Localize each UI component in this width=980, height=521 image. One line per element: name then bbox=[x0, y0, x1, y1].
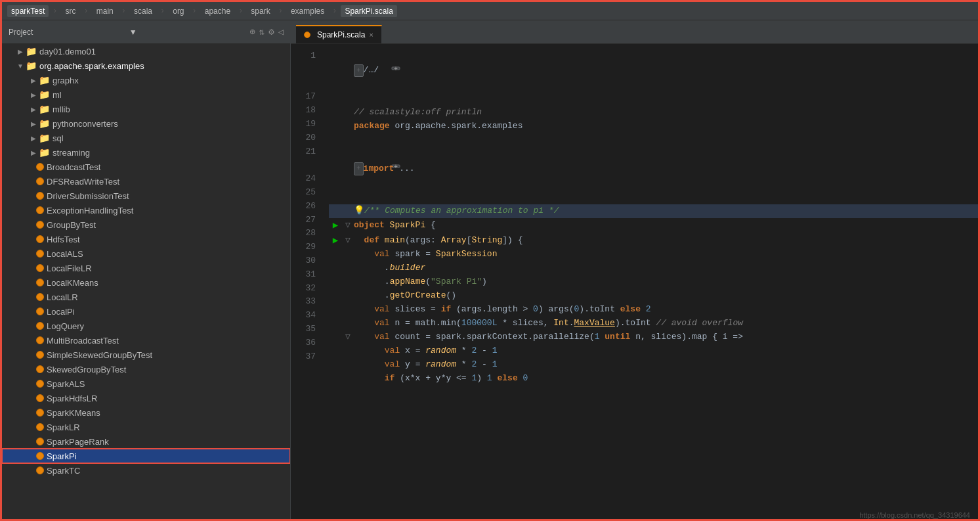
tree-label: SparkHdfsLR bbox=[47, 394, 97, 403]
arrow-icon: ▶ bbox=[28, 77, 39, 84]
folder-icon: 📁 bbox=[39, 133, 50, 143]
title-scala[interactable]: scala bbox=[130, 5, 156, 17]
tree-item-skewedgroupby[interactable]: SkewedGroupByTest bbox=[2, 362, 290, 376]
folded-code[interactable]: + bbox=[354, 64, 364, 78]
main-layout: Project ▼ ⊕ ⇅ ⚙ ◁ ▶ 📁 day01.demo01 ▼ 📁 o… bbox=[2, 20, 978, 521]
tree-label: graphx bbox=[53, 76, 79, 85]
gutter-empty bbox=[329, 344, 342, 358]
tree-item-driversubmission[interactable]: DriverSubmissionTest bbox=[2, 189, 290, 203]
tree-item-mllib[interactable]: ▶ 📁 mllib bbox=[2, 102, 290, 116]
keyword-package: package bbox=[354, 120, 394, 133]
tree-item-localpi[interactable]: LocalPi bbox=[2, 304, 290, 319]
code-line-33: val n = math.min(100000L * slices, Int.M… bbox=[329, 317, 978, 330]
tree-item-locallr[interactable]: LocalLR bbox=[2, 290, 290, 304]
tree-item-logquery[interactable]: LogQuery bbox=[2, 319, 290, 333]
tree-item-hdfstest[interactable]: HdfsTest bbox=[2, 232, 290, 246]
code-content[interactable]: + +/…/ // scalastyle:off println bbox=[324, 44, 978, 521]
tree-item-dfsreadwrite[interactable]: DFSReadWriteTest bbox=[2, 174, 290, 189]
tree-item-sparkhdfs[interactable]: SparkHdfsLR bbox=[2, 391, 290, 405]
code-line-27: ▶ ▽ def main(args: Array[String]) { bbox=[329, 233, 978, 248]
tree-label: ExceptionHandlingTest bbox=[47, 206, 133, 215]
tab-sparkpi-scala[interactable]: SparkPi.scala × bbox=[296, 25, 382, 43]
sidebar-title: Project bbox=[9, 28, 124, 37]
sidebar-icons: ⊕ ⇅ ⚙ ◁ bbox=[249, 26, 284, 37]
keyword-if2: if bbox=[385, 372, 400, 386]
tree-item-sql[interactable]: ▶ 📁 sql bbox=[2, 131, 290, 145]
paren-open: ( bbox=[425, 275, 431, 289]
title-sparkpi-scala[interactable]: SparkPi.scala bbox=[341, 5, 396, 17]
number-1b: 1 bbox=[492, 358, 498, 372]
tree-item-sparklr[interactable]: SparkLR bbox=[2, 420, 290, 434]
settings-icon[interactable]: ⚙ bbox=[268, 26, 274, 37]
tree-item-day01[interactable]: ▶ 📁 day01.demo01 bbox=[2, 44, 290, 58]
func-builder: builder bbox=[390, 261, 426, 275]
tab-close-button[interactable]: × bbox=[369, 31, 373, 39]
title-main[interactable]: main bbox=[93, 5, 117, 17]
fold-marker-open[interactable]: ▽ bbox=[342, 234, 354, 248]
method-dot2: . bbox=[385, 289, 390, 303]
gutter-run[interactable]: ▶ bbox=[329, 218, 342, 233]
import-fold[interactable]: + bbox=[354, 162, 364, 175]
tree-item-pythonconverters[interactable]: ▶ 📁 pythonconverters bbox=[2, 116, 290, 131]
scala-file-icon bbox=[36, 380, 44, 388]
keyword-else2: else bbox=[497, 372, 522, 386]
code-line-34: ▽ val count = spark.sparkContext.paralle… bbox=[329, 330, 978, 344]
tree-item-sparktc[interactable]: SparkTC bbox=[2, 463, 290, 478]
title-sparktest[interactable]: sparkTest bbox=[7, 5, 49, 17]
code-line-32: val slices = if (args.length > 0) args(0… bbox=[329, 303, 978, 317]
arrow-icon: ▶ bbox=[28, 120, 39, 127]
sep7: › bbox=[278, 7, 283, 16]
tree-label: org.apache.spark.examples bbox=[39, 61, 144, 71]
gutter-empty bbox=[329, 289, 342, 303]
globe-icon[interactable]: ⊕ bbox=[249, 26, 255, 37]
fold-marker-open2[interactable]: ▽ bbox=[342, 330, 354, 344]
title-apache[interactable]: apache bbox=[201, 5, 234, 17]
gutter-run[interactable]: ▶ bbox=[329, 233, 342, 248]
sort-icon[interactable]: ⇅ bbox=[259, 26, 265, 37]
tree-item-graphx[interactable]: ▶ 📁 graphx bbox=[2, 73, 290, 87]
gutter-empty bbox=[329, 372, 342, 386]
tree-item-ml[interactable]: ▶ 📁 ml bbox=[2, 87, 290, 102]
arrow-icon: ▶ bbox=[28, 135, 39, 142]
tree-item-sparkkmeans[interactable]: SparkKMeans bbox=[2, 405, 290, 420]
title-src[interactable]: src bbox=[62, 5, 80, 17]
gutter-fold[interactable]: + bbox=[329, 49, 342, 92]
gutter-empty bbox=[329, 303, 342, 317]
tree-item-localals[interactable]: LocalALS bbox=[2, 246, 290, 261]
tree-item-broadcasttest[interactable]: BroadcastTest bbox=[2, 160, 290, 174]
folder-icon: 📁 bbox=[39, 104, 50, 114]
tree-item-streaming[interactable]: ▶ 📁 streaming bbox=[2, 145, 290, 160]
code-editor[interactable]: 1 17 18 19 20 21 24 25 26 27 28 29 30 31… bbox=[291, 44, 978, 521]
gutter-empty bbox=[329, 275, 342, 289]
fold-marker-open[interactable]: ▽ bbox=[342, 219, 354, 233]
title-examples[interactable]: examples bbox=[287, 5, 328, 17]
tree-item-multibroadcast[interactable]: MultiBroadcastTest bbox=[2, 333, 290, 348]
tree-item-simpleskewed[interactable]: SimpleSkewedGroupByTest bbox=[2, 348, 290, 362]
title-spark[interactable]: spark bbox=[247, 5, 274, 17]
gutter-fold[interactable]: + bbox=[329, 147, 342, 190]
tree-item-org-examples[interactable]: ▼ 📁 org.apache.spark.examples bbox=[2, 58, 290, 73]
tree-item-groupbytest[interactable]: GroupByTest bbox=[2, 217, 290, 232]
brace-open: { bbox=[431, 219, 436, 233]
code-line-18: // scalastyle:off println bbox=[329, 106, 978, 120]
tree-item-sparkpi[interactable]: SparkPi bbox=[2, 449, 290, 463]
fold-empty bbox=[342, 289, 354, 303]
tab-file-icon bbox=[304, 32, 310, 38]
hide-icon[interactable]: ◁ bbox=[278, 26, 284, 37]
run-icon[interactable]: ▶ bbox=[333, 220, 338, 231]
sidebar-dropdown[interactable]: ▼ bbox=[129, 28, 245, 37]
tree-item-localfilelr[interactable]: LocalFileLR bbox=[2, 261, 290, 275]
sep1: › bbox=[53, 7, 57, 16]
args-length: (args.length > bbox=[456, 303, 533, 317]
run-icon[interactable]: ▶ bbox=[333, 235, 338, 246]
tree-item-exceptionhandling[interactable]: ExceptionHandlingTest bbox=[2, 203, 290, 217]
tree-item-sparkpagerank[interactable]: SparkPageRank bbox=[2, 434, 290, 449]
scala-file-icon bbox=[36, 351, 44, 359]
tree-item-sparkals[interactable]: SparkALS bbox=[2, 376, 290, 391]
tree-label: HdfsTest bbox=[47, 235, 80, 244]
var-slices: slices = bbox=[394, 303, 440, 317]
title-org[interactable]: org bbox=[169, 5, 188, 17]
scala-file-icon bbox=[36, 336, 44, 344]
keyword-else: else bbox=[620, 303, 646, 317]
tree-item-localkmeans[interactable]: LocalKMeans bbox=[2, 275, 290, 290]
